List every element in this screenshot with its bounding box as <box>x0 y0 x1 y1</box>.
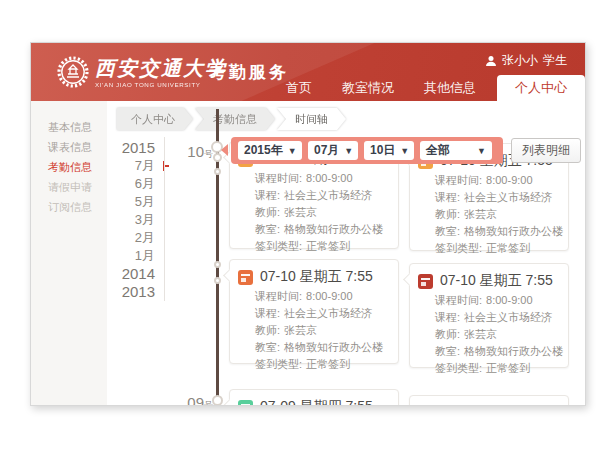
app-header: 西安交通大学 XI'AN JIAO TONG UNIVERSITY 考勤服务 张… <box>31 43 585 101</box>
chevron-down-icon: ▼ <box>477 146 486 156</box>
timeline-month-jun[interactable]: 6月 <box>117 175 161 193</box>
card-field: 教师:张芸京 <box>238 204 388 221</box>
sidebar: 基本信息 课表信息 考勤信息 请假申请 订阅信息 <box>31 101 107 405</box>
card-field: 教室:格物致知行政办公楼 <box>418 223 558 240</box>
sidebar-item-schedule-info[interactable]: 课表信息 <box>31 137 107 157</box>
attendance-card: 07-10 星期五 7:55 课程时间:8:00-9:00 课程:社会主义市场经… <box>409 263 569 368</box>
chevron-down-icon: ▼ <box>288 146 297 156</box>
timeline-month-feb[interactable]: 2月 <box>117 229 161 247</box>
timeline-month-jul[interactable]: 7月 <box>117 157 161 175</box>
card-field: 课程时间:8:00-9:00 <box>238 170 388 187</box>
app-window: 西安交通大学 XI'AN JIAO TONG UNIVERSITY 考勤服务 张… <box>30 42 586 406</box>
university-name-cn: 西安交通大学 <box>95 55 227 82</box>
card-field: 签到类型:正常签到 <box>238 238 388 255</box>
card-field: 签到类型:正常签到 <box>238 356 388 373</box>
nav-personal-center[interactable]: 个人中心 <box>497 75 585 101</box>
timeline-node <box>212 395 223 405</box>
card-field: 教师:张芸京 <box>418 326 558 343</box>
card-field: 课程时间:8:00-9:00 <box>418 172 558 189</box>
attendance-card: 07-09 星期四 7:55 课程时间:8:00-9:00 课程:社会主义市场经… <box>229 389 399 405</box>
day-select[interactable]: 10日▼ <box>364 141 414 160</box>
attendance-card-partial <box>409 395 569 405</box>
university-logo-icon <box>57 56 89 88</box>
timeline-node <box>214 277 221 284</box>
timeline-year-2015[interactable]: 2015 <box>117 139 161 157</box>
attendance-card: 07-10 星期五 7:55 课程时间:8:00-9:00 课程:社会主义市场经… <box>229 259 399 364</box>
breadcrumb-timeline[interactable]: 时间轴 <box>277 108 346 130</box>
sidebar-item-subscription-info[interactable]: 订阅信息 <box>31 197 107 217</box>
nav-classrooms[interactable]: 教室情况 <box>327 75 409 101</box>
sidebar-item-attendance-info[interactable]: 考勤信息 <box>31 157 107 177</box>
breadcrumb: 个人中心 考勤信息 时间轴 <box>115 109 346 127</box>
card-field: 课程时间:8:00-9:00 <box>238 288 388 305</box>
timeline-year-2013[interactable]: 2013 <box>117 283 161 301</box>
sidebar-item-leave-request[interactable]: 请假申请 <box>31 177 107 197</box>
user-name: 张小小 <box>502 52 538 69</box>
timeline-day-10: 10号 <box>179 143 213 161</box>
chevron-down-icon: ▼ <box>400 146 409 156</box>
calendar-status-icon <box>418 274 433 289</box>
card-field: 课程:社会主义市场经济 <box>238 187 388 204</box>
calendar-status-icon <box>238 270 253 285</box>
card-field: 教室:格物致知行政办公楼 <box>238 339 388 356</box>
timeline-month-mar[interactable]: 3月 <box>117 211 161 229</box>
card-title: 07-10 星期五 7:55 <box>260 268 373 286</box>
card-field: 课程:社会主义市场经济 <box>418 189 558 206</box>
card-title: 07-10 星期五 7:55 <box>440 272 553 290</box>
breadcrumb-attendance-info[interactable]: 考勤信息 <box>195 108 275 130</box>
type-select[interactable]: 全部▼ <box>420 141 492 160</box>
card-field: 教室:格物致知行政办公楼 <box>238 221 388 238</box>
timeline-day-09: 09号 <box>179 394 213 405</box>
date-filter-bar: 2015年▼ 07月▼ 10日▼ 全部▼ <box>231 137 503 164</box>
year-select[interactable]: 2015年▼ <box>238 141 302 160</box>
card-field: 教师:张芸京 <box>418 206 558 223</box>
main-content: 基本信息 课表信息 考勤信息 请假申请 订阅信息 个人中心 考勤信息 时间轴 2… <box>31 101 585 405</box>
user-menu[interactable]: 张小小 学生 <box>485 52 567 69</box>
nav-home[interactable]: 首页 <box>271 75 327 101</box>
timeline-year-2014[interactable]: 2014 <box>117 265 161 283</box>
month-list-divider <box>164 137 165 301</box>
list-detail-button[interactable]: 列表明细 <box>511 138 581 163</box>
top-nav: 首页 教室情况 其他信息 个人中心 <box>271 75 585 101</box>
card-field: 签到类型:正常签到 <box>418 240 558 257</box>
user-role: 学生 <box>543 52 567 69</box>
nav-other-info[interactable]: 其他信息 <box>409 75 491 101</box>
timeline-year-month-list: 2015 7月 6月 5月 3月 2月 1月 2014 2013 <box>117 139 161 301</box>
card-field: 教室:格物致知行政办公楼 <box>418 343 558 360</box>
card-field: 签到类型:正常签到 <box>418 360 558 377</box>
timeline-node <box>214 168 221 175</box>
chevron-down-icon: ▼ <box>344 146 353 156</box>
breadcrumb-personal-center[interactable]: 个人中心 <box>117 108 193 130</box>
sidebar-item-basic-info[interactable]: 基本信息 <box>31 117 107 137</box>
card-field: 课程时间:8:00-9:00 <box>418 292 558 309</box>
university-name-en: XI'AN JIAO TONG UNIVERSITY <box>95 81 201 88</box>
month-select[interactable]: 07月▼ <box>308 141 358 160</box>
calendar-status-icon <box>238 400 253 406</box>
card-title: 07-09 星期四 7:55 <box>260 398 373 405</box>
timeline-month-jan[interactable]: 1月 <box>117 247 161 265</box>
timeline-month-may[interactable]: 5月 <box>117 193 161 211</box>
card-field: 课程:社会主义市场经济 <box>238 305 388 322</box>
card-field: 教师:张芸京 <box>238 322 388 339</box>
card-field: 课程:社会主义市场经济 <box>418 309 558 326</box>
timeline-node <box>214 261 221 268</box>
person-icon <box>485 55 497 67</box>
